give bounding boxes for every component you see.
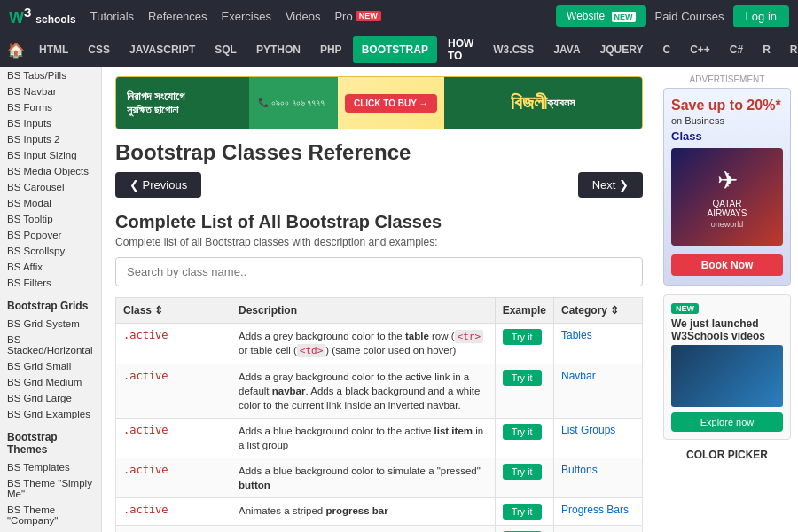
try-it-button[interactable]: Try it [503, 504, 542, 520]
example-cell: Try it [495, 526, 553, 532]
desc-code: <td> [297, 344, 326, 357]
ad-middle: 📞 ০৯০০ ৭০৬ ৭৭৭৭ [249, 77, 338, 129]
sidebar-item-filters[interactable]: BS Filters [0, 275, 101, 291]
desc-cell: Adds a grey background color to the tabl… [231, 324, 496, 364]
category-cell: Progress Bars [554, 498, 643, 526]
ad-brand: বিজলী [511, 91, 547, 114]
ad-cta-button[interactable]: CLICK TO BUY → [345, 94, 437, 113]
sidebar-item-gridlarge[interactable]: BS Grid Large [0, 390, 101, 406]
class-name[interactable]: .active [123, 329, 168, 341]
nav-buttons: ❮ Previous Next ❯ [115, 172, 643, 198]
sidebar-item-stacked[interactable]: BS Stacked/Horizontal [0, 332, 101, 358]
table-row: .activeAdds a gray background color to t… [116, 364, 643, 418]
nav-r[interactable]: R [754, 36, 779, 63]
nav-javascript[interactable]: JAVASCRIPT [121, 36, 204, 63]
nav-references[interactable]: References [148, 10, 207, 23]
try-it-button[interactable]: Try it [503, 370, 542, 386]
class-name[interactable]: .active [123, 504, 168, 516]
prev-button[interactable]: ❮ Previous [115, 172, 201, 198]
nav-c[interactable]: C [653, 36, 679, 63]
nav-pro[interactable]: Pro NEW [334, 10, 380, 23]
nav-bootstrap[interactable]: BOOTSTRAP [353, 36, 437, 63]
class-name[interactable]: .active [123, 424, 168, 436]
nav-tutorials[interactable]: Tutorials [90, 10, 134, 23]
nav-videos[interactable]: Videos [286, 10, 321, 23]
sidebar-item-forms[interactable]: BS Forms [0, 99, 101, 115]
ad-box-1: Save up to 20%* on Business Class ✈ QATA… [663, 88, 791, 286]
nav-howto[interactable]: HOW TO [439, 30, 482, 69]
nav-jquery[interactable]: JQUERY [591, 36, 653, 63]
paid-courses-button[interactable]: Paid Courses [655, 10, 724, 23]
category-link[interactable]: Progress Bars [561, 504, 629, 516]
sidebar-item-theme-band[interactable]: BS Theme "Band" [0, 528, 101, 532]
sidebar-item-inputs2[interactable]: BS Inputs 2 [0, 131, 101, 147]
site-logo[interactable]: W3 schools [9, 4, 76, 27]
sidebar-item-popover[interactable]: BS Popover [0, 227, 101, 243]
sidebar-item-mediaobj[interactable]: BS Media Objects [0, 163, 101, 179]
col-category[interactable]: Category ⇕ [554, 298, 643, 324]
try-it-button[interactable]: Try it [503, 424, 542, 440]
col-description: Description [231, 298, 496, 324]
login-button[interactable]: Log in [733, 5, 789, 27]
nav-java[interactable]: JAVA [544, 36, 589, 63]
example-cell: Try it [495, 324, 553, 364]
airline-logo: ✈ [717, 166, 738, 195]
sidebar-item-gridsmall[interactable]: BS Grid Small [0, 358, 101, 374]
nav-w3css[interactable]: W3.CSS [484, 36, 543, 63]
class-cell: .active [116, 526, 231, 532]
category-cell: List Groups [554, 419, 643, 458]
nav-cpp[interactable]: C++ [681, 36, 719, 63]
top-navbar: W3 schools Tutorials References Exercise… [0, 0, 798, 32]
sidebar-item-modal[interactable]: BS Modal [0, 195, 101, 211]
nav-php[interactable]: PHP [311, 36, 351, 63]
class-name[interactable]: .active [123, 370, 168, 382]
logo-schools: schools [35, 13, 75, 26]
nav-python[interactable]: PYTHON [247, 36, 309, 63]
desc-bold: button [239, 480, 270, 490]
class-name[interactable]: .active [123, 464, 168, 476]
nav-html[interactable]: HTML [30, 36, 77, 63]
sidebar-section-grids: Bootstrap Grids [0, 291, 101, 316]
nav-css[interactable]: CSS [79, 36, 119, 63]
nav-sql[interactable]: SQL [206, 36, 246, 63]
nav-react[interactable]: React [781, 36, 798, 63]
sidebar-item-theme-simplyme[interactable]: BS Theme "Simply Me" [0, 475, 101, 502]
sidebar-item-gridexamples[interactable]: BS Grid Examples [0, 406, 101, 422]
sidebar-item-inputsizing[interactable]: BS Input Sizing [0, 147, 101, 163]
sidebar-item-inputs[interactable]: BS Inputs [0, 115, 101, 131]
sidebar-item-theme-company[interactable]: BS Theme "Company" [0, 502, 101, 528]
category-cell: Dropdowns [554, 526, 643, 532]
book-now-button[interactable]: Book Now [671, 254, 783, 276]
sidebar-item-tooltip[interactable]: BS Tooltip [0, 211, 101, 227]
category-link[interactable]: List Groups [561, 424, 615, 436]
try-it-button[interactable]: Try it [503, 464, 542, 480]
sidebar-item-gridmedium[interactable]: BS Grid Medium [0, 374, 101, 390]
sidebar-item-tabspills[interactable]: BS Tabs/Pills [0, 67, 101, 83]
nav-csharp[interactable]: C# [721, 36, 752, 63]
category-link[interactable]: Tables [561, 329, 592, 341]
sidebar-item-gridsystem[interactable]: BS Grid System [0, 316, 101, 332]
ad-sub2: Class [671, 129, 783, 143]
sidebar-section-themes: Bootstrap Themes [0, 422, 101, 459]
sidebar-item-navbar[interactable]: BS Navbar [0, 83, 101, 99]
desc-cell: Adds a blue background color to the acti… [231, 526, 496, 532]
sidebar-item-affix[interactable]: BS Affix [0, 259, 101, 275]
try-it-button[interactable]: Try it [503, 329, 542, 345]
search-input[interactable] [115, 257, 643, 286]
sidebar-item-carousel[interactable]: BS Carousel [0, 179, 101, 195]
col-class[interactable]: Class ⇕ [116, 298, 231, 324]
class-table: Class ⇕ Description Example Category ⇕ .… [115, 297, 643, 532]
next-button[interactable]: Next ❯ [578, 172, 643, 198]
sidebar-item-templates[interactable]: BS Templates [0, 459, 101, 475]
category-link[interactable]: Navbar [561, 370, 596, 382]
category-link[interactable]: Buttons [561, 464, 598, 476]
sidebar-item-scrollspy[interactable]: BS Scrollspy [0, 243, 101, 259]
ad-headline: Save up to 20%* [671, 98, 783, 113]
home-icon[interactable]: 🏠 [7, 42, 25, 59]
website-button[interactable]: Website NEW [556, 5, 645, 27]
nav-exercises[interactable]: Exercises [222, 10, 271, 23]
desc-bold: table [405, 331, 429, 341]
table-row: .activeAdds a grey background color to t… [116, 324, 643, 364]
explore-button[interactable]: Explore now [671, 412, 783, 432]
page-title: Bootstrap Classes Reference [115, 140, 643, 165]
